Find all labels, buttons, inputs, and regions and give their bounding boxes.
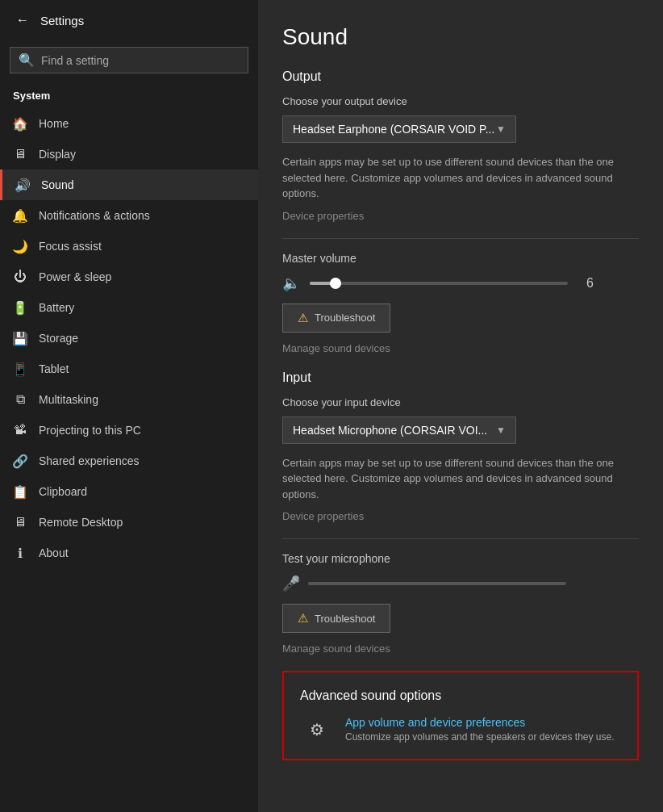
input-section-title: Input (282, 370, 639, 385)
advanced-texts: App volume and device preferences Custom… (345, 716, 615, 743)
output-choose-label: Choose your output device (282, 95, 639, 107)
shared-icon: 🔗 (13, 454, 27, 468)
about-icon: ℹ (13, 546, 27, 560)
input-manage-link[interactable]: Manage sound devices (282, 642, 639, 655)
sidebar-item-label: Power & sleep (39, 270, 111, 283)
sidebar-item-label: Notifications & actions (39, 209, 150, 222)
sidebar: ← Settings 🔍 System 🏠 Home 🖥 Display 🔊 S… (0, 0, 258, 812)
advanced-sound-options: Advanced sound options ⚙ App volume and … (282, 671, 639, 760)
sidebar-item-label: Shared experiences (39, 454, 140, 467)
focus-icon: 🌙 (13, 239, 27, 253)
output-device-dropdown[interactable]: Headset Earphone (CORSAIR VOID P... ▼ (282, 115, 516, 143)
sidebar-item-sound[interactable]: 🔊 Sound (0, 170, 258, 200)
remote-icon: 🖥 (13, 515, 27, 529)
sidebar-item-projecting[interactable]: 📽 Projecting to this PC (0, 415, 258, 446)
sidebar-item-notifications[interactable]: 🔔 Notifications & actions (0, 200, 258, 231)
sidebar-item-label: Projecting to this PC (39, 424, 141, 437)
tablet-icon: 📱 (13, 362, 27, 376)
sidebar-item-battery[interactable]: 🔋 Battery (0, 292, 258, 323)
multitasking-icon: ⧉ (13, 392, 27, 407)
app-title: Settings (40, 14, 84, 27)
main-content: Sound Output Choose your output device H… (258, 0, 663, 812)
mic-level-bar (308, 582, 566, 585)
output-device-properties-link[interactable]: Device properties (282, 210, 639, 222)
sidebar-item-label: Display (39, 148, 76, 161)
input-divider (282, 538, 639, 539)
search-icon: 🔍 (19, 52, 35, 68)
input-troubleshoot-label: Troubleshoot (315, 613, 375, 625)
display-icon: 🖥 (13, 147, 27, 161)
sound-icon: 🔊 (15, 178, 30, 192)
sidebar-item-remote[interactable]: 🖥 Remote Desktop (0, 507, 258, 538)
sidebar-item-label: Home (39, 117, 69, 130)
output-info-text: Certain apps may be set up to use differ… (282, 154, 629, 202)
input-device-value: Headset Microphone (CORSAIR VOI... (293, 424, 487, 437)
sidebar-item-clipboard[interactable]: 📋 Clipboard (0, 476, 258, 507)
page-title: Sound (282, 24, 639, 50)
input-device-properties-link[interactable]: Device properties (282, 510, 639, 522)
input-info-text: Certain apps may be set up to use differ… (282, 455, 629, 503)
sidebar-item-display[interactable]: 🖥 Display (0, 139, 258, 170)
battery-icon: 🔋 (13, 300, 27, 315)
sidebar-item-label: Battery (39, 301, 74, 314)
back-button[interactable]: ← (13, 10, 32, 31)
projecting-icon: 📽 (13, 423, 27, 437)
output-troubleshoot-button[interactable]: ⚠ Troubleshoot (282, 303, 390, 333)
sidebar-item-label: Multitasking (39, 393, 98, 406)
mic-row: 🎤 (282, 575, 639, 592)
clipboard-icon: 📋 (13, 484, 27, 499)
sidebar-item-label: Tablet (39, 362, 69, 375)
input-device-dropdown[interactable]: Headset Microphone (CORSAIR VOI... ▼ (282, 416, 516, 444)
output-section-title: Output (282, 69, 639, 84)
sidebar-item-home[interactable]: 🏠 Home (0, 108, 258, 139)
mic-icon: 🎤 (282, 575, 300, 592)
advanced-section-title: Advanced sound options (300, 689, 621, 703)
output-device-value: Headset Earphone (CORSAIR VOID P... (293, 123, 494, 136)
sidebar-item-label: Focus assist (39, 240, 102, 253)
storage-icon: 💾 (13, 331, 27, 345)
power-icon: ⏻ (13, 270, 27, 284)
volume-label: Master volume (282, 252, 639, 265)
sidebar-item-label: About (39, 546, 69, 559)
advanced-row: ⚙ App volume and device preferences Cust… (300, 716, 621, 743)
sidebar-item-tablet[interactable]: 📱 Tablet (0, 354, 258, 384)
mic-label: Test your microphone (282, 552, 639, 565)
app-volume-desc: Customize app volumes and the speakers o… (345, 731, 615, 743)
volume-slider-thumb[interactable] (330, 278, 341, 289)
app-volume-link[interactable]: App volume and device preferences (345, 716, 615, 729)
system-section-label: System (0, 86, 258, 108)
output-divider (282, 238, 639, 239)
sidebar-item-storage[interactable]: 💾 Storage (0, 323, 258, 354)
search-input[interactable] (41, 54, 240, 67)
sidebar-item-label: Remote Desktop (39, 516, 123, 529)
sidebar-item-power[interactable]: ⏻ Power & sleep (0, 262, 258, 292)
sidebar-item-focus[interactable]: 🌙 Focus assist (0, 231, 258, 262)
volume-slider[interactable] (310, 282, 568, 285)
sidebar-item-about[interactable]: ℹ About (0, 538, 258, 568)
sidebar-item-label: Clipboard (39, 485, 87, 498)
advanced-icon-box: ⚙ (300, 717, 334, 743)
speaker-icon: 🔈 (282, 274, 300, 292)
sidebar-item-label: Sound (41, 178, 73, 191)
notifications-icon: 🔔 (13, 208, 27, 223)
output-manage-link[interactable]: Manage sound devices (282, 342, 639, 354)
sidebar-item-shared[interactable]: 🔗 Shared experiences (0, 446, 258, 476)
volume-row: 🔈 6 (282, 274, 639, 292)
chevron-down-icon: ▼ (496, 123, 506, 135)
sidebar-item-label: Storage (39, 332, 78, 345)
warning-icon-2: ⚠ (298, 611, 308, 626)
home-icon: 🏠 (13, 116, 27, 131)
sidebar-item-multitasking[interactable]: ⧉ Multitasking (0, 384, 258, 415)
volume-value: 6 (578, 276, 594, 291)
search-box[interactable]: 🔍 (10, 47, 248, 73)
input-troubleshoot-button[interactable]: ⚠ Troubleshoot (282, 604, 390, 633)
warning-icon: ⚠ (298, 311, 308, 325)
sliders-icon: ⚙ (310, 720, 324, 739)
output-troubleshoot-label: Troubleshoot (315, 312, 375, 324)
sidebar-header: ← Settings (0, 0, 258, 40)
input-choose-label: Choose your input device (282, 396, 639, 408)
chevron-down-icon-2: ▼ (496, 425, 506, 436)
